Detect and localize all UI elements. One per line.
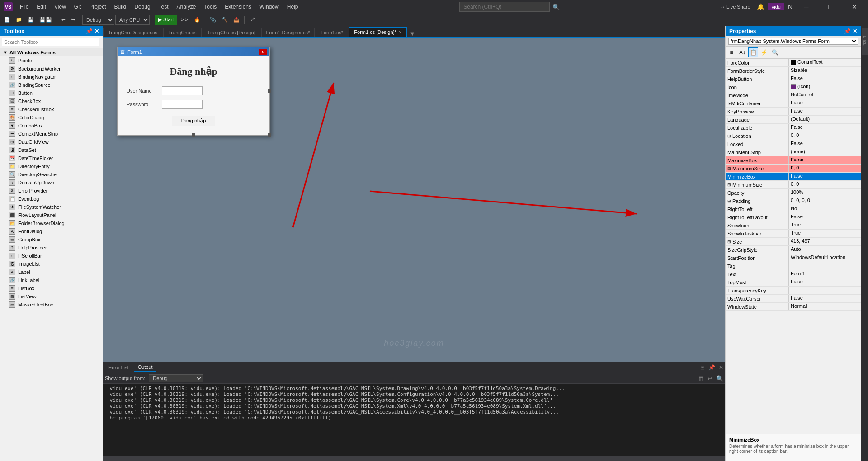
menu-tools[interactable]: Tools	[200, 2, 220, 12]
prop-row-righttoleft[interactable]: RightToLeft No	[726, 205, 861, 213]
toolbox-item-listview[interactable]: ⊟ ListView	[0, 292, 103, 301]
build-button[interactable]: 🔨	[219, 15, 230, 25]
toolbox-item-pointer[interactable]: ↖ Pointer	[0, 56, 103, 65]
toolbox-item-combobox[interactable]: ▼ ComboBox	[0, 122, 103, 130]
resize-handle-s[interactable]	[192, 133, 195, 137]
properties-pin-icon[interactable]: 📌	[844, 28, 851, 34]
save-button[interactable]: 💾	[25, 15, 36, 25]
properties-close-icon[interactable]: ✕	[853, 28, 857, 34]
login-button[interactable]: Đăng nhập	[172, 116, 216, 126]
prop-row-localizable[interactable]: Localizable False	[726, 124, 861, 132]
output-pin-icon[interactable]: 📌	[708, 364, 715, 371]
menu-git[interactable]: Git	[71, 2, 85, 12]
debug-mode-dropdown[interactable]: Debug Release	[82, 15, 114, 25]
global-search-input[interactable]	[459, 2, 550, 12]
properties-categorized-btn[interactable]: ≡	[726, 47, 736, 57]
menu-extensions[interactable]: Extensions	[221, 2, 255, 12]
menu-file[interactable]: File	[16, 2, 32, 12]
account-icon[interactable]: N	[788, 3, 793, 10]
maximize-window-button[interactable]: □	[820, 0, 840, 14]
prop-row-size[interactable]: ⊞Size 413, 497	[726, 238, 861, 246]
prop-row-formborderstyle[interactable]: FormBorderStyle Sizable	[726, 67, 861, 75]
resize-handle-e[interactable]	[268, 89, 271, 93]
toolbox-item-datetimepicker[interactable]: 📅 DateTimePicker	[0, 154, 103, 162]
toolbox-close-icon[interactable]: ✕	[94, 28, 99, 34]
prop-row-helpbutton[interactable]: HelpButton False	[726, 75, 861, 83]
prop-row-imemode[interactable]: ImeMode NoControl	[726, 91, 861, 99]
toolbox-item-checkbox[interactable]: ☑ CheckBox	[0, 97, 103, 105]
output-clear-icon[interactable]: 🗑	[698, 375, 704, 382]
output-close-icon[interactable]: ✕	[719, 364, 723, 371]
minimize-window-button[interactable]: ─	[796, 0, 816, 14]
properties-search-btn[interactable]: 🔍	[770, 47, 780, 57]
menu-test[interactable]: Test	[155, 2, 172, 12]
platform-dropdown[interactable]: Any CPU x86 x64	[115, 15, 150, 25]
toolbox-item-label[interactable]: A Label	[0, 268, 103, 276]
prop-row-text[interactable]: Text Form1	[726, 270, 861, 278]
toolbox-item-hscrollbar[interactable]: ↔ HScrollBar	[0, 252, 103, 260]
publish-button[interactable]: 📤	[231, 15, 242, 25]
prop-row-startposition[interactable]: StartPosition WindowsDefaultLocation	[726, 254, 861, 262]
menu-debug[interactable]: Debug	[131, 2, 154, 12]
toolbox-item-flowlayoutpanel[interactable]: ⬛ FlowLayoutPanel	[0, 211, 103, 219]
prop-row-icon[interactable]: Icon (Icon)	[726, 83, 861, 91]
toolbox-item-checkedlistbox[interactable]: ≡ CheckedListBox	[0, 105, 103, 113]
git-changes-button[interactable]: ⎇	[247, 15, 257, 25]
toolbox-item-groupbox[interactable]: ▭ GroupBox	[0, 235, 103, 244]
prop-row-mainmenustrip[interactable]: MainMenuStrip (none)	[726, 148, 861, 156]
password-input[interactable]	[162, 100, 203, 109]
new-project-button[interactable]: 📄	[2, 15, 13, 25]
output-wrap-icon[interactable]: ↩	[708, 375, 712, 382]
toolbox-item-directoryentry[interactable]: 📁 DirectoryEntry	[0, 162, 103, 170]
prop-row-opacity[interactable]: Opacity 100%	[726, 189, 861, 197]
toolbox-item-fontdialog[interactable]: A FontDialog	[0, 227, 103, 235]
toolbox-item-helpprovider[interactable]: ? HelpProvider	[0, 244, 103, 252]
toolbox-pin-icon[interactable]: 📌	[86, 28, 93, 34]
prop-row-sizegripstyle[interactable]: SizeGripStyle Auto	[726, 246, 861, 254]
menu-build[interactable]: Build	[111, 2, 130, 12]
toolbox-item-dataset[interactable]: 🗄 DataSet	[0, 146, 103, 154]
diagnostics-button[interactable]: Diag...	[862, 28, 868, 55]
prop-row-ismdicontainer[interactable]: IsMdiContainer False	[726, 99, 861, 108]
prop-row-minimizebox[interactable]: MinimizeBox False	[726, 173, 861, 181]
toolbox-item-button[interactable]: □ Button	[0, 89, 103, 97]
prop-row-usewaitcursor[interactable]: UseWaitCursor False	[726, 295, 861, 303]
toolbox-item-domainupdown[interactable]: ↕ DomainUpDown	[0, 179, 103, 187]
tab-tranchudesigner[interactable]: TrangChu.Designer.cs	[103, 28, 162, 37]
prop-row-topmost[interactable]: TopMost False	[726, 278, 861, 287]
tab-form1design[interactable]: Form1.cs [Design]* ✕	[349, 27, 407, 37]
tab-form1cs[interactable]: Form1.cs*	[316, 28, 348, 37]
step-over-button[interactable]: ⊳⊳	[178, 15, 191, 25]
toolbox-item-linklabel[interactable]: 🔗 LinkLabel	[0, 276, 103, 284]
output-tools-icon[interactable]: ⊟	[700, 364, 705, 371]
properties-props-btn[interactable]: 📋	[748, 47, 758, 57]
tab-tranchudesign[interactable]: TrangChu.cs [Design]	[203, 28, 260, 37]
toolbox-item-backgroundworker[interactable]: ⚙ BackgroundWorker	[0, 65, 103, 73]
hot-reload-button[interactable]: 🔥	[192, 15, 203, 25]
toolbox-item-listbox[interactable]: ≡ ListBox	[0, 284, 103, 292]
toolbox-item-directorysearcher[interactable]: 🔍 DirectorySearcher	[0, 170, 103, 179]
prop-row-location[interactable]: ⊞Location 0, 0	[726, 132, 861, 140]
tab-output[interactable]: Output	[134, 363, 156, 372]
attach-button[interactable]: 📎	[208, 15, 218, 25]
toolbox-item-errorprovider[interactable]: ✗ ErrorProvider	[0, 187, 103, 195]
toolbox-item-imagelist[interactable]: 🖼 ImageList	[0, 260, 103, 268]
properties-alphabetical-btn[interactable]: A↓	[737, 47, 747, 57]
prop-row-righttoleftlayout[interactable]: RightToLeftLayout False	[726, 213, 861, 221]
toolbox-search-input[interactable]	[2, 38, 99, 46]
form-close-button[interactable]: ✕	[259, 49, 267, 55]
output-find-icon[interactable]: 🔍	[716, 375, 723, 382]
toolbox-item-bindingsource[interactable]: 🔗 BindingSource	[0, 81, 103, 89]
menu-help[interactable]: Help	[283, 2, 302, 12]
properties-events-btn[interactable]: ⚡	[759, 47, 769, 57]
notification-icon[interactable]: 🔔	[757, 3, 764, 10]
prop-row-showicon[interactable]: ShowIcon True	[726, 221, 861, 230]
tab-dropdown-icon[interactable]: ▼	[410, 30, 415, 37]
toolbox-item-datagridview[interactable]: ⊞ DataGridView	[0, 138, 103, 146]
properties-object-dropdown[interactable]: frmDangNhap System.Windows.Forms.Form	[728, 38, 858, 45]
prop-row-showintaskbar[interactable]: ShowInTaskbar True	[726, 230, 861, 238]
output-horizontal-scrollbar[interactable]	[103, 456, 725, 461]
prop-row-maximizebox[interactable]: MaximizeBox False	[726, 156, 861, 165]
designer-canvas[interactable]: 🖼 Form1 ✕ Đăng nhập User Name Password	[103, 38, 725, 362]
tab-form1designer[interactable]: Form1.Designer.cs*	[261, 28, 315, 37]
